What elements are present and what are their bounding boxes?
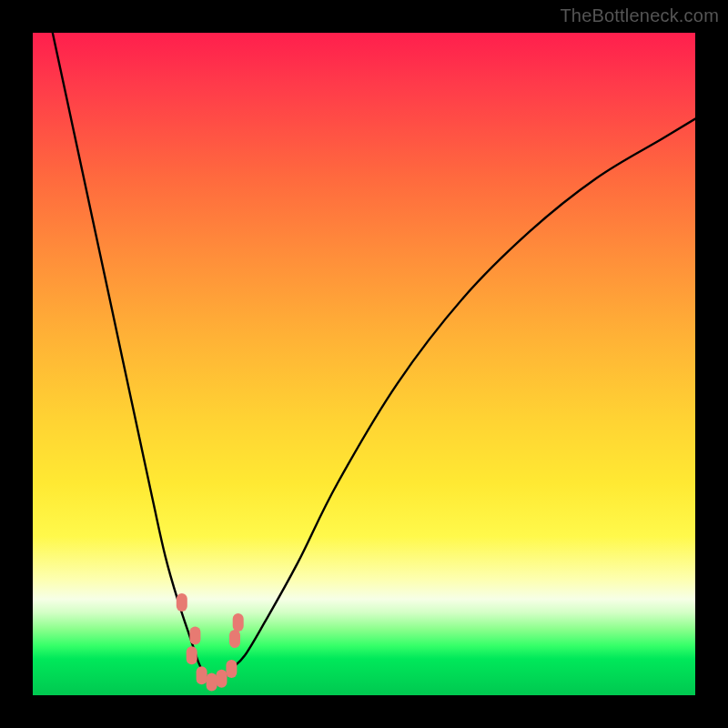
bottleneck-curve bbox=[53, 33, 695, 682]
plot-area bbox=[33, 33, 695, 695]
data-marker bbox=[189, 627, 200, 645]
watermark-text: TheBottleneck.com bbox=[560, 5, 719, 26]
highlighted-points-group bbox=[177, 593, 244, 691]
data-marker bbox=[217, 670, 228, 688]
data-marker bbox=[207, 672, 217, 691]
data-marker bbox=[226, 660, 237, 678]
bottleneck-curve-path bbox=[53, 33, 695, 682]
data-marker bbox=[187, 646, 197, 664]
data-marker bbox=[229, 630, 240, 648]
data-marker bbox=[197, 666, 207, 684]
data-marker bbox=[177, 593, 187, 612]
data-marker bbox=[233, 613, 244, 632]
chart-frame: TheBottleneck.com bbox=[0, 0, 728, 728]
chart-svg bbox=[33, 33, 695, 695]
